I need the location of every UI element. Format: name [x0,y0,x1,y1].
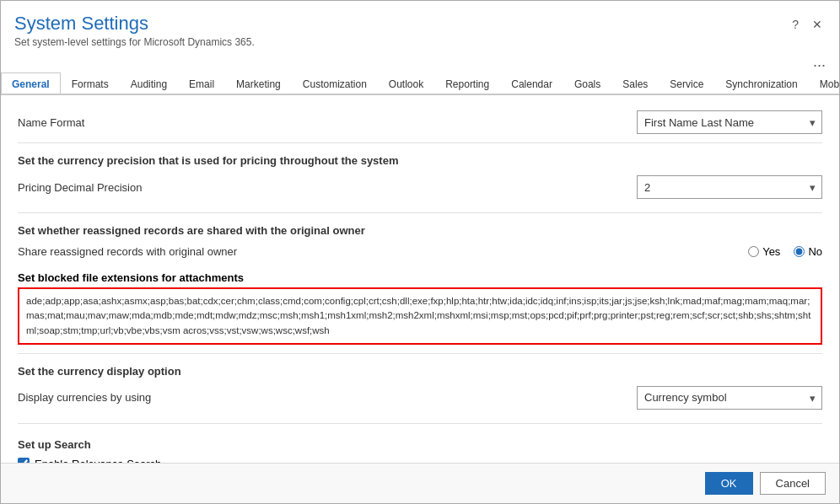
tab-goals[interactable]: Goals [563,72,611,95]
tab-mobile-client[interactable]: Mobile Client [809,72,839,95]
currency-precision-dropdown[interactable]: 2 [637,175,822,199]
reassigned-yes-radio[interactable] [748,246,759,257]
currency-display-dropdown[interactable]: Currency symbol [637,386,822,410]
currency-display-header: Set the currency display option [18,357,822,381]
currency-display-group: Set the currency display option Display … [18,357,822,415]
title-bar-controls: ? ✕ [789,16,826,33]
name-format-dropdown[interactable]: First Name Last Name [637,110,822,134]
currency-precision-header: Set the currency precision that is used … [18,147,822,170]
title-bar-left: System Settings Set system-level setting… [14,13,255,48]
dialog-subtitle: Set system-level settings for Microsoft … [14,36,255,48]
cancel-button[interactable]: Cancel [760,472,826,495]
blocked-extensions-label: Set blocked file extensions for attachme… [18,271,822,284]
currency-precision-dropdown-container: 2 [637,175,822,199]
name-format-dropdown-container: First Name Last Name [637,110,822,134]
reassigned-yes-text: Yes [762,245,780,258]
close-button[interactable]: ✕ [809,16,826,33]
ok-button[interactable]: OK [705,472,753,495]
divider-2 [18,212,822,213]
reassigned-no-radio[interactable] [794,246,805,257]
blocked-extensions-group: Set blocked file extensions for attachme… [18,271,822,345]
reassigned-no-text: No [808,245,822,258]
reassigned-records-row: Share reassigned records with original o… [18,240,822,263]
enable-relevance-label: Enable Relevance Search [35,458,161,463]
blocked-extensions-box[interactable]: ade;adp;app;asa;ashx;asmx;asp;bas;bat;cd… [18,287,822,345]
system-settings-dialog: System Settings Set system-level setting… [0,0,840,504]
content-area: Name Format First Name Last Name Set the… [1,95,839,463]
help-button[interactable]: ? [789,16,802,33]
footer: OK Cancel [1,463,839,503]
tab-calendar[interactable]: Calendar [500,72,563,95]
tab-service[interactable]: Service [659,72,714,95]
tab-general[interactable]: General [1,72,61,95]
tab-formats[interactable]: Formats [61,72,120,95]
tab-outlook[interactable]: Outlook [378,72,434,95]
name-format-row: Name Format First Name Last Name [18,105,822,139]
currency-display-dropdown-container: Currency symbol [637,386,822,410]
reassigned-records-group: Set whether reassigned records are share… [18,217,822,263]
tab-bar: General Formats Auditing Email Marketing… [1,71,839,95]
content-wrapper: Name Format First Name Last Name Set the… [1,95,839,463]
title-bar: System Settings Set system-level setting… [1,1,839,51]
reassigned-records-header: Set whether reassigned records are share… [18,217,822,240]
reassigned-yes-label[interactable]: Yes [748,245,780,258]
divider-3 [18,353,822,354]
divider-1 [18,142,822,143]
tab-auditing[interactable]: Auditing [120,72,178,95]
tab-reporting[interactable]: Reporting [434,72,500,95]
enable-relevance-row: Enable Relevance Search [18,454,822,463]
enable-relevance-checkbox[interactable] [18,458,30,463]
blocked-extensions-value: ade;adp;app;asa;ashx;asmx;asp;bas;bat;cd… [26,296,810,335]
more-menu[interactable]: ... [1,51,839,71]
tab-sales[interactable]: Sales [611,72,659,95]
reassigned-radio-group: Yes No [748,245,822,258]
tab-email[interactable]: Email [178,72,225,95]
tab-marketing[interactable]: Marketing [225,72,292,95]
tab-synchronization[interactable]: Synchronization [714,72,808,95]
currency-precision-group: Set the currency precision that is used … [18,147,822,204]
search-header: Set up Search [18,431,822,454]
reassigned-records-label: Share reassigned records with original o… [18,245,237,258]
divider-4 [18,423,822,424]
currency-display-row: Display currencies by using Currency sym… [18,381,822,415]
tab-customization[interactable]: Customization [292,72,378,95]
currency-precision-label: Pricing Decimal Precision [18,181,142,194]
dialog-title: System Settings [14,13,255,35]
currency-precision-row: Pricing Decimal Precision 2 [18,170,822,204]
currency-display-label: Display currencies by using [18,391,151,404]
search-section: Set up Search Enable Relevance Search i … [18,431,822,463]
name-format-label: Name Format [18,116,84,129]
reassigned-no-label[interactable]: No [794,245,822,258]
